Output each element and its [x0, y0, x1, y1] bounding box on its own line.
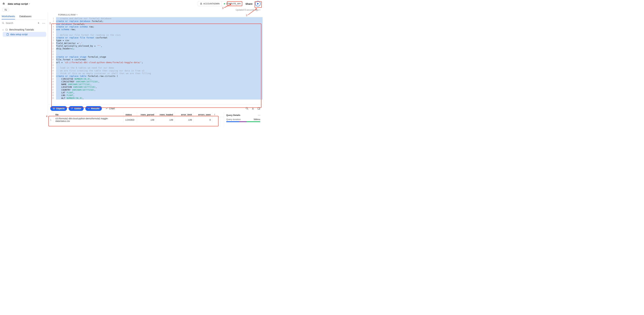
col-errors-seen[interactable]: errors_seen [194, 112, 212, 117]
worksheet-title-dropdown[interactable]: data setup script ▾ [8, 2, 30, 5]
search-row: Search + ⋯ [2, 20, 46, 27]
cell-status: LOADED [124, 117, 137, 122]
role-selector[interactable]: ACCOUNTADMIN [198, 1, 222, 6]
col-error-limit[interactable]: error_limit [175, 112, 194, 117]
database-icon [53, 107, 55, 110]
sidebar: Worksheets Databases Search + ⋯ ▸ Benchm… [0, 12, 48, 127]
cell-error-limit: 139 [175, 117, 194, 122]
objects-tab[interactable]: Objects [50, 106, 67, 111]
chevron-down-icon: ▾ [260, 9, 260, 11]
chart-tab[interactable]: Chart [104, 106, 117, 111]
chevron-down-icon: ▾ [29, 3, 30, 5]
run-button[interactable] [255, 1, 260, 7]
folder-benchmarking[interactable]: ▸ Benchmarking Tutorials [2, 27, 46, 32]
worksheet-tree: ▸ Benchmarking Tutorials data setup scri… [2, 27, 46, 37]
results-toolbar: Objects Editor Results Chart [48, 104, 262, 112]
svg-rect-14 [258, 108, 260, 109]
db-context-bar[interactable]: FORMULA1.RAW ▾ [48, 12, 262, 17]
context-selector: ACCOUNTADMIN COMPUTE_WH [198, 1, 243, 6]
file-data-setup-script[interactable]: data setup script [3, 32, 46, 37]
line-gutter: 1234567891011121314151617181920212223242… [48, 17, 56, 100]
warehouse-label: COMPUTE_WH [226, 3, 241, 5]
duration-label: Query duration [226, 118, 241, 121]
return-icon [88, 107, 90, 110]
tab-databases[interactable]: Databases [19, 14, 32, 19]
code-editor[interactable]: 1234567891011121314151617181920212223242… [48, 17, 262, 104]
chart-icon [106, 107, 108, 110]
panel-icon[interactable] [257, 107, 260, 110]
caret-icon: ▸ [3, 29, 4, 31]
results-table: file status rows_parsed rows_loaded erro… [48, 112, 224, 127]
duration-value: 568ms [254, 118, 260, 121]
play-icon [257, 3, 259, 5]
col-status[interactable]: status [124, 112, 137, 117]
col-rows-parsed[interactable]: rows_parsed [137, 112, 156, 117]
tab-worksheets[interactable]: Worksheets [2, 14, 15, 19]
tree-item-label: data setup script [10, 33, 28, 36]
svg-point-3 [5, 9, 6, 10]
warehouse-selector[interactable]: COMPUTE_WH [222, 1, 243, 6]
add-button[interactable]: + [37, 22, 40, 25]
svg-point-12 [246, 107, 248, 109]
editor-area: FORMULA1.RAW ▾ 1234567891011121314151617… [48, 12, 262, 127]
sidebar-tabs: Worksheets Databases [2, 14, 46, 20]
folder-icon [6, 29, 8, 31]
share-button[interactable]: Share [244, 2, 254, 6]
results-pane: file status rows_parsed rows_loaded erro… [48, 112, 262, 127]
table-row[interactable]: 1 s3://formula1-dbt-cloud-python-demo/fo… [48, 117, 224, 122]
file-icon [6, 33, 9, 36]
svg-line-13 [248, 109, 248, 110]
sliders-icon [4, 9, 7, 11]
col-rows-loaded[interactable]: rows_loaded [156, 112, 175, 117]
col-truncated: f [212, 112, 216, 117]
db-schema-label: FORMULA1.RAW [58, 14, 76, 16]
cell-errors-seen: 0 [194, 117, 212, 122]
svg-point-1 [201, 3, 201, 4]
code-lines[interactable]: -- create and define our formula1 databa… [56, 17, 262, 100]
download-icon[interactable] [252, 107, 254, 110]
role-label: ACCOUNTADMIN [203, 3, 220, 5]
more-icon[interactable]: ⋯ [258, 114, 260, 116]
tree-item-label: Benchmarking Tutorials [9, 28, 34, 31]
duration-bar [226, 121, 260, 122]
query-details-title: Query Details [226, 114, 240, 116]
chevron-down-icon: ▾ [76, 14, 78, 16]
search-results-icon[interactable] [246, 107, 248, 110]
results-tab[interactable]: Results [85, 106, 102, 111]
cell-rows-parsed: 139 [137, 117, 156, 122]
svg-line-7 [4, 24, 4, 24]
home-icon[interactable] [2, 2, 6, 6]
updated-timestamp[interactable]: Updated 8 seconds ago ▾ [236, 9, 260, 11]
search-icon [2, 22, 4, 24]
editor-tab[interactable]: Editor [69, 106, 84, 111]
warehouse-status-dot [224, 3, 225, 5]
query-details-panel: Query Details ⋯ Query duration 568ms [224, 112, 262, 127]
toolbar-row: Updated 8 seconds ago ▾ [0, 8, 262, 12]
cell-rows-loaded: 139 [156, 117, 175, 122]
role-icon [200, 3, 202, 5]
svg-point-8 [53, 108, 54, 108]
worksheet-title: data setup script [8, 2, 28, 5]
settings-button[interactable] [2, 8, 9, 12]
list-icon [71, 107, 74, 110]
table-header: file status rows_parsed rows_loaded erro… [48, 112, 224, 117]
row-index: 1 [48, 117, 54, 122]
more-button[interactable]: ⋯ [42, 21, 46, 25]
search-input[interactable]: Search [6, 22, 36, 25]
topbar: data setup script ▾ ACCOUNTADMIN COMPUTE… [0, 0, 262, 8]
svg-point-5 [6, 10, 6, 11]
col-file[interactable]: file [54, 112, 124, 117]
cell-file: s3://formula1-dbt-cloud-python-demo/form… [54, 117, 124, 122]
svg-point-6 [2, 22, 4, 24]
